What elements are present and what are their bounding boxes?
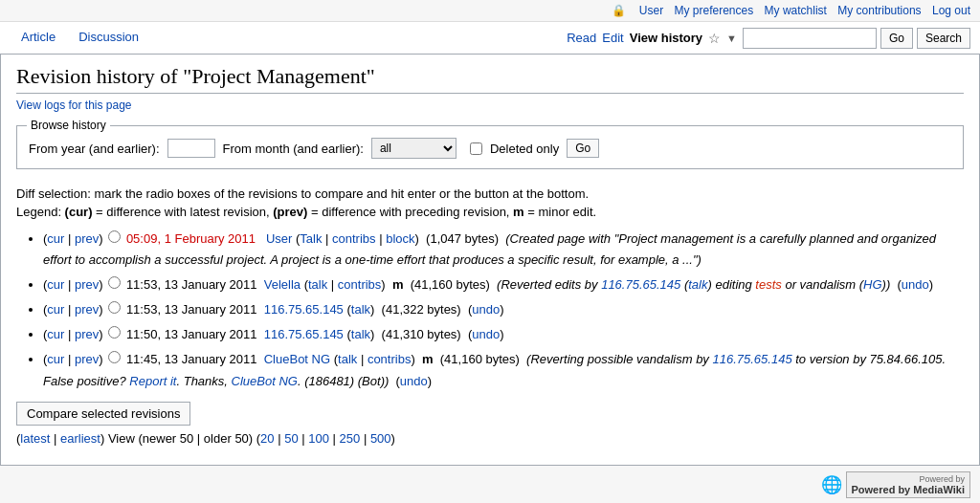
footer: 🌐 Powered by Powered by MediaWiki — [0, 465, 980, 503]
radio-5a[interactable] — [108, 351, 121, 363]
read-link[interactable]: Read — [567, 31, 596, 45]
user-link-4[interactable]: 116.75.65.145 — [264, 327, 344, 341]
from-year-label: From year (and earlier): — [29, 142, 160, 156]
browse-history-legend: Browse history — [27, 119, 110, 132]
dropdown-button[interactable]: ▼ — [726, 33, 737, 44]
ip-talk-2[interactable]: talk — [688, 277, 707, 292]
radio-2a[interactable] — [108, 276, 121, 289]
cur-link-4[interactable]: cur — [47, 327, 64, 341]
contribs-5[interactable]: contribs — [368, 352, 412, 366]
user-link-2[interactable]: Velella — [264, 277, 301, 292]
user-link-1[interactable]: User — [266, 231, 292, 246]
prev-link-1[interactable]: prev — [75, 231, 99, 246]
diff-notice: Diff selection: mark the radio boxes of … — [16, 186, 964, 201]
revisions-list: (cur | prev) 05:09, 1 February 2011 User… — [16, 229, 964, 392]
my-preferences-link[interactable]: My preferences — [675, 4, 754, 17]
cur-legend: (cur) — [65, 205, 93, 219]
table-row: (cur | prev) 11:53, 13 January 2011 Vele… — [43, 274, 964, 295]
compare-button[interactable]: Compare selected revisions — [16, 402, 190, 426]
table-row: (cur | prev) 11:45, 13 January 2011 Clue… — [43, 349, 964, 391]
time-link-1[interactable]: 05:09, 1 February 2011 — [126, 231, 256, 246]
search-box: Go Search — [743, 28, 970, 49]
edit-link[interactable]: Edit — [602, 31, 623, 45]
nav-20[interactable]: 20 — [260, 431, 274, 446]
undo-4[interactable]: undo — [472, 327, 500, 341]
table-row: (cur | prev) 05:09, 1 February 2011 User… — [43, 229, 964, 271]
cur-link-1[interactable]: cur — [47, 231, 64, 246]
table-row: (cur | prev) 11:50, 13 January 2011 116.… — [43, 324, 964, 345]
hg-link-2[interactable]: HG — [863, 277, 882, 292]
nav-250[interactable]: 250 — [340, 431, 361, 446]
user-link-3[interactable]: 116.75.65.145 — [264, 302, 344, 317]
user-link-5[interactable]: ClueBot NG — [264, 352, 330, 366]
report-link-5[interactable]: Report it — [129, 374, 176, 388]
nav-100[interactable]: 100 — [308, 431, 329, 446]
main-content: Revision history of "Project Management"… — [0, 55, 980, 465]
top-bar: 🔒 User My preferences My watchlist My co… — [0, 0, 980, 22]
prev-link-2[interactable]: prev — [75, 277, 99, 292]
browse-history-row: From year (and earlier): From month (and… — [29, 138, 951, 159]
my-watchlist-link[interactable]: My watchlist — [765, 4, 827, 17]
go-button[interactable]: Go — [880, 28, 913, 49]
nav-50[interactable]: 50 — [284, 431, 298, 446]
ip-link-5[interactable]: 116.75.65.145 — [712, 352, 791, 366]
block-1[interactable]: block — [386, 231, 414, 246]
latest-link[interactable]: latest — [20, 431, 50, 446]
mw-icon: 🌐 — [821, 474, 842, 495]
prev-legend: (prev) — [273, 205, 307, 219]
page-title: Revision history of "Project Management" — [16, 64, 964, 94]
my-contributions-link[interactable]: My contributions — [837, 4, 921, 17]
m-legend: m — [513, 205, 524, 219]
earliest-link[interactable]: earliest — [60, 431, 100, 446]
user-talk-4[interactable]: talk — [351, 327, 370, 341]
tab-article[interactable]: Article — [10, 22, 67, 54]
ip-link-2[interactable]: 116.75.65.145 — [601, 277, 680, 292]
cluebot-link-5[interactable]: ClueBot NG — [232, 374, 298, 388]
search-button[interactable]: Search — [917, 28, 970, 49]
prev-link-3[interactable]: prev — [75, 302, 99, 317]
contribs-1[interactable]: contribs — [332, 231, 376, 246]
undo-2[interactable]: undo — [902, 277, 929, 292]
from-month-label: From month (and earlier): — [223, 142, 364, 156]
prev-link-5[interactable]: prev — [75, 352, 99, 366]
mediawiki-logo: 🌐 Powered by Powered by MediaWiki — [821, 471, 971, 498]
view-history-link[interactable]: View history — [630, 31, 702, 45]
user-talk-5[interactable]: talk — [338, 352, 357, 366]
minor-5: m — [422, 352, 434, 366]
search-input[interactable] — [743, 28, 877, 49]
browse-history-box: Browse history From year (and earlier): … — [16, 125, 964, 169]
nav-500[interactable]: 500 — [370, 431, 391, 446]
powered-by-label: Powered by Powered by MediaWiki — [846, 471, 971, 498]
prev-link-4[interactable]: prev — [75, 327, 99, 341]
radio-3a[interactable] — [108, 301, 121, 314]
browse-go-button[interactable]: Go — [567, 139, 599, 158]
minor-2: m — [392, 277, 404, 292]
user-link[interactable]: User — [639, 4, 663, 17]
star-button[interactable]: ☆ — [708, 31, 721, 46]
tab-actions: Read Edit View history ☆ ▼ Go Search — [567, 28, 970, 49]
user-talk-3[interactable]: talk — [351, 302, 370, 317]
tests-link-2[interactable]: tests — [755, 277, 781, 292]
radio-1a[interactable] — [108, 230, 121, 243]
log-out-link[interactable]: Log out — [932, 4, 970, 17]
month-select[interactable]: all JanuaryFebruaryMarch AprilMayJune Ju… — [371, 138, 457, 159]
undo-3[interactable]: undo — [472, 302, 500, 317]
user-talk-1[interactable]: Talk — [300, 231, 322, 246]
view-logs-link[interactable]: View logs for this page — [16, 98, 132, 112]
cur-link-2[interactable]: cur — [47, 277, 64, 292]
user-talk-2[interactable]: talk — [308, 277, 327, 292]
deleted-only-checkbox[interactable] — [470, 142, 482, 155]
nav-links: (latest | earliest) View (newer 50 | old… — [16, 431, 964, 446]
legend-text: Legend: (cur) = difference with latest r… — [16, 205, 964, 219]
user-icon: 🔒 — [612, 4, 626, 17]
tab-discussion[interactable]: Discussion — [67, 22, 150, 54]
cur-link-5[interactable]: cur — [47, 352, 64, 366]
undo-5[interactable]: undo — [400, 374, 428, 388]
year-input[interactable] — [167, 139, 215, 158]
table-row: (cur | prev) 11:53, 13 January 2011 116.… — [43, 299, 964, 320]
deleted-only-label: Deleted only — [490, 142, 559, 156]
cur-link-3[interactable]: cur — [47, 302, 64, 317]
tabs-bar: Article Discussion Read Edit View histor… — [0, 22, 980, 55]
radio-4a[interactable] — [108, 326, 121, 339]
contribs-2[interactable]: contribs — [338, 277, 382, 292]
